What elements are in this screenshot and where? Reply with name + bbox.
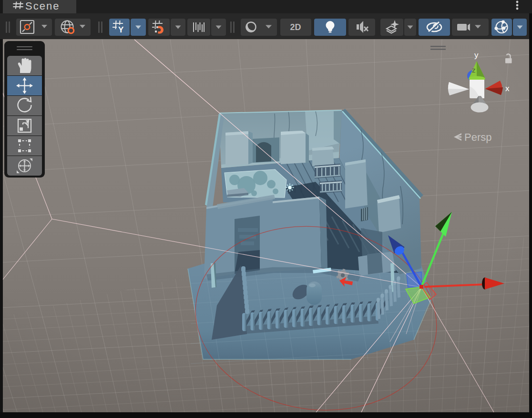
- svg-text:Y: Y: [118, 25, 124, 34]
- svg-text:x: x: [505, 84, 510, 93]
- svg-text:z: z: [472, 66, 476, 74]
- svg-text:2D: 2D: [290, 22, 301, 32]
- svg-text:y: y: [474, 51, 479, 60]
- svg-text:Persp: Persp: [464, 131, 491, 143]
